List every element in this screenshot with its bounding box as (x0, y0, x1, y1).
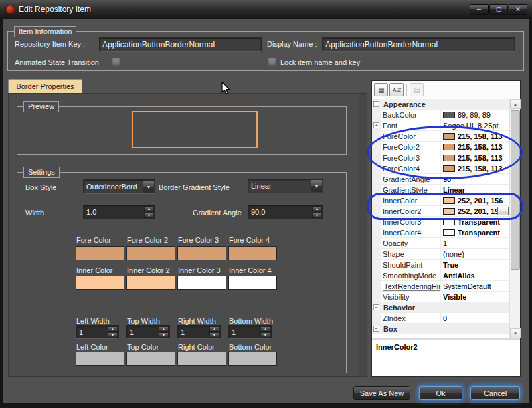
property-row-innercolor2-selected[interactable]: InnerColor2 252, 201, 156… (372, 206, 509, 217)
property-row-shape[interactable]: Shape (none) (372, 249, 509, 260)
spin-up-icon[interactable]: ▲ (108, 326, 118, 332)
collapse-icon[interactable]: − (373, 304, 379, 310)
repository-item-key-input[interactable] (99, 37, 262, 52)
left-width-stepper[interactable]: 1 ▲▼ (76, 325, 119, 339)
ok-button[interactable]: Ok (419, 386, 462, 400)
close-button[interactable]: ✕ (509, 4, 527, 15)
property-grid: ▦ A↓Z ▤ − Appearance BackColor 89, 89, 8… (371, 80, 521, 377)
fore-color-2-swatch[interactable] (126, 246, 175, 260)
category-row-appearance[interactable]: − Appearance (372, 99, 509, 110)
alphabetical-sort-button[interactable]: A↓Z (389, 83, 404, 96)
property-row-smoothingmode[interactable]: SmoothingMode AntiAlias (372, 270, 509, 281)
spin-up-icon[interactable]: ▲ (209, 326, 219, 332)
scrollbar-thumb[interactable] (511, 110, 520, 270)
fore-color-swatch[interactable] (76, 246, 124, 260)
property-row-forecolor[interactable]: ForeColor 215, 158, 113 (372, 131, 509, 142)
property-row-visibility[interactable]: Visibility Visible (372, 292, 509, 302)
inner-color-4-swatch[interactable] (228, 276, 277, 290)
minimize-button[interactable]: ─ (470, 4, 489, 15)
property-grid-scrollbar[interactable]: ▲ ▼ (509, 99, 520, 338)
property-row-innercolor[interactable]: InnerColor 252, 201, 156 (372, 195, 509, 206)
gradient-angle-stepper[interactable]: 90.0 ▲▼ (248, 205, 323, 219)
property-row-shouldpaint[interactable]: ShouldPaint True (372, 260, 509, 270)
selected-property-name: InnerColor2 (376, 343, 516, 351)
expand-icon[interactable]: + (373, 122, 379, 128)
property-row-gradientangle[interactable]: GradientAngle 90 (372, 174, 509, 185)
color-swatch (443, 208, 455, 215)
fore-color-3-swatch[interactable] (177, 246, 226, 260)
box-style-combobox[interactable]: OuterInnerBord ▼ (83, 179, 155, 194)
top-color-swatch[interactable] (126, 352, 175, 366)
inner-color-2-label: Inner Color 2 (127, 266, 170, 274)
top-width-stepper[interactable]: 1 ▲▼ (126, 325, 170, 339)
property-row-zindex[interactable]: ZIndex 0 (372, 313, 509, 324)
color-swatch (443, 197, 455, 204)
display-name-input[interactable] (322, 37, 515, 52)
property-row-forecolor3[interactable]: ForeColor3 215, 158, 113 (372, 152, 509, 163)
spin-down-icon[interactable]: ▼ (312, 213, 322, 219)
width-label: Width (25, 209, 44, 217)
spin-down-icon[interactable]: ▼ (260, 332, 270, 338)
ellipsis-button[interactable]: … (497, 207, 509, 215)
property-row-opacity[interactable]: Opacity 1 (372, 238, 509, 249)
scroll-down-icon[interactable]: ▼ (510, 328, 521, 338)
border-gradient-style-combobox[interactable]: Linear ▼ (248, 179, 323, 193)
property-row-textrenderinghint[interactable]: TextRenderingHint SystemDefault (372, 281, 509, 292)
property-row-font[interactable]: + Font Segoe UI, 8.25pt (372, 120, 509, 131)
spin-up-icon[interactable]: ▲ (159, 326, 169, 332)
animated-state-transition-checkbox[interactable] (112, 58, 120, 66)
collapse-icon[interactable]: − (373, 326, 379, 332)
property-row-innercolor4[interactable]: InnerColor4 Transparent (372, 227, 509, 238)
right-width-stepper[interactable]: 1 ▲▼ (177, 325, 221, 339)
inner-color-2-swatch[interactable] (126, 276, 175, 290)
property-row-innercolor3[interactable]: InnerColor3 Transparent (372, 217, 509, 227)
categorized-button[interactable]: ▦ (374, 83, 388, 96)
edit-repository-item-dialog: Edit Repository Item ─ ▢ ✕ Item Informat… (0, 0, 532, 408)
spin-down-icon[interactable]: ▼ (209, 332, 219, 338)
category-row-box[interactable]: − Box (372, 324, 509, 334)
inner-color-3-label: Inner Color 3 (178, 266, 221, 274)
spin-down-icon[interactable]: ▼ (144, 213, 154, 219)
chevron-down-icon[interactable]: ▼ (143, 181, 154, 193)
window-title: Edit Repository Item (19, 5, 91, 14)
title-bar: Edit Repository Item ─ ▢ ✕ (0, 0, 532, 19)
bottom-color-swatch[interactable] (228, 352, 277, 366)
fore-color-4-swatch[interactable] (228, 246, 277, 260)
right-width-label: Right Width (178, 317, 216, 325)
lock-item-checkbox[interactable] (268, 58, 276, 66)
bottom-width-stepper[interactable]: 1 ▲▼ (228, 325, 272, 339)
inner-color-swatch[interactable] (76, 276, 124, 290)
spin-down-icon[interactable]: ▼ (108, 332, 118, 338)
spin-up-icon[interactable]: ▲ (260, 326, 270, 332)
color-swatch (443, 155, 455, 161)
spin-down-icon[interactable]: ▼ (159, 332, 169, 338)
animated-state-transition-label: Animated State Transition (15, 58, 99, 66)
right-color-swatch[interactable] (177, 352, 226, 366)
left-color-swatch[interactable] (76, 352, 124, 366)
chevron-down-icon[interactable]: ▼ (311, 180, 322, 192)
panel-scrollbar-track[interactable] (359, 94, 367, 376)
inner-color-3-swatch[interactable] (177, 276, 226, 290)
collapse-icon[interactable]: − (373, 101, 379, 107)
cancel-button[interactable]: Cancel (470, 386, 520, 400)
spin-up-icon[interactable]: ▲ (144, 206, 154, 212)
save-as-new-button[interactable]: Save As New (353, 386, 410, 400)
scroll-up-icon[interactable]: ▲ (510, 99, 521, 109)
property-grid-rows: − Appearance BackColor 89, 89, 89 + Font… (372, 99, 509, 334)
left-width-value: 1 (79, 328, 83, 336)
property-row-backcolor[interactable]: BackColor 89, 89, 89 (372, 110, 509, 120)
tab-border-properties[interactable]: Border Properties (8, 79, 82, 93)
fore-color-2-label: Fore Color 2 (127, 236, 168, 244)
property-row-gradientstyle[interactable]: GradientStyle Linear (372, 185, 509, 195)
property-pages-button: ▤ (410, 83, 424, 96)
fore-color-label: Fore Color (76, 236, 111, 244)
property-row-forecolor4[interactable]: ForeColor4 215, 158, 113 (372, 163, 509, 174)
maximize-button[interactable]: ▢ (489, 4, 508, 15)
category-row-behavior[interactable]: − Behavior (372, 302, 509, 313)
top-width-label: Top Width (127, 317, 160, 325)
inner-color-4-label: Inner Color 4 (229, 266, 272, 274)
spin-up-icon[interactable]: ▲ (312, 206, 322, 212)
left-color-label: Left Color (76, 343, 108, 351)
width-stepper[interactable]: 1.0 ▲▼ (83, 205, 155, 219)
property-row-forecolor2[interactable]: ForeColor2 215, 158, 113 (372, 142, 509, 152)
